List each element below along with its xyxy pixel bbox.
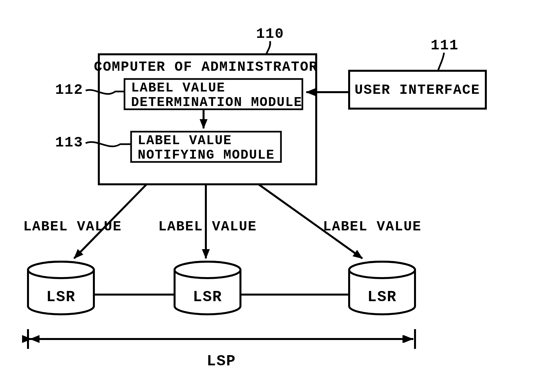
arrow-label-mid: LABEL VALUE <box>158 219 257 235</box>
det-module-line1: LABEL VALUE <box>131 81 225 95</box>
ref-113-leader <box>86 142 131 146</box>
ref-112: 112 <box>55 82 83 98</box>
svg-point-3 <box>175 262 240 278</box>
diagram-svg: 110 COMPUTER OF ADMINISTRATOR LABEL VALU… <box>0 0 555 392</box>
ref-112-leader <box>86 90 125 94</box>
arrow-label-right: LABEL VALUE <box>323 219 421 235</box>
lsr-node-3: LSR <box>349 262 415 314</box>
ref-113: 113 <box>55 134 83 151</box>
not-module-line1: LABEL VALUE <box>138 133 232 148</box>
det-module-line2: DETERMINATION MODULE <box>131 95 302 110</box>
lsp-label: LSP <box>207 353 236 370</box>
lsr-label-3: LSR <box>368 289 397 306</box>
user-interface-label: USER INTERFACE <box>355 82 480 98</box>
ref-111-leader <box>438 53 444 71</box>
arrow-label-left: LABEL VALUE <box>23 219 122 235</box>
ref-111: 111 <box>430 37 458 54</box>
computer-box-title: COMPUTER OF ADMINISTRATOR <box>94 59 318 75</box>
not-module-line2: NOTIFYING MODULE <box>138 148 275 163</box>
ref-110: 110 <box>256 26 284 42</box>
svg-point-5 <box>349 262 415 278</box>
lsr-node-1: LSR <box>28 262 94 314</box>
ref-110-leader <box>266 41 270 54</box>
lsr-label-2: LSR <box>193 289 222 306</box>
lsr-node-2: LSR <box>175 262 240 314</box>
lsr-label-1: LSR <box>46 289 76 306</box>
svg-point-1 <box>28 262 94 278</box>
